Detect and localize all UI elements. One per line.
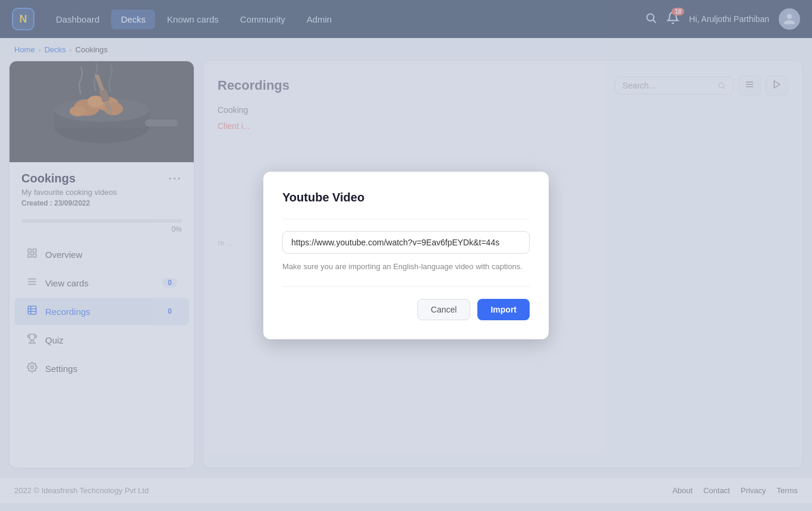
modal-overlay[interactable]: Youtube Video Make sure you are importin…: [0, 0, 812, 511]
url-input-row[interactable]: [282, 231, 530, 254]
modal-actions: Cancel Import: [282, 299, 530, 320]
modal-hint: Make sure you are importing an English-l…: [282, 261, 530, 273]
modal-divider-top: [282, 219, 530, 219]
youtube-url-input[interactable]: [291, 238, 521, 247]
cancel-button[interactable]: Cancel: [417, 299, 471, 320]
import-button[interactable]: Import: [477, 299, 530, 320]
modal-title: Youtube Video: [282, 191, 530, 204]
youtube-modal: Youtube Video Make sure you are importin…: [263, 172, 549, 340]
modal-divider-bottom: [282, 286, 530, 287]
